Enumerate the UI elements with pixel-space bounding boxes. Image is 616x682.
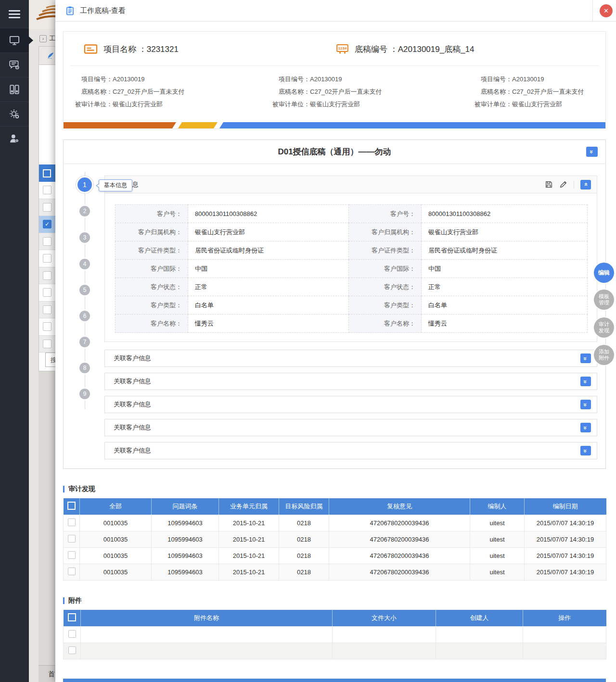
collapse-section-button[interactable]: » xyxy=(580,180,591,189)
step-9[interactable]: 9 xyxy=(79,389,90,399)
row-checkbox[interactable] xyxy=(68,630,76,638)
row-checkbox[interactable] xyxy=(43,340,51,348)
close-button[interactable]: ✕ xyxy=(600,4,613,17)
project-name-field: 项目名称 ：3231321 xyxy=(84,43,179,55)
info-value: C27_02开户后一直未支付 xyxy=(512,88,584,95)
card-lines-icon xyxy=(84,43,98,55)
field-label: 客户国际： xyxy=(116,260,188,278)
field-value: 白名单 xyxy=(188,296,349,315)
column-header: 目标风险归属 xyxy=(279,498,329,515)
table-row: 0010035 1095994603 2015-10-21 0218 47206… xyxy=(64,547,606,564)
table-row: 0010035 1095994603 2015-10-21 0218 47206… xyxy=(64,515,606,531)
step-7[interactable]: 7 xyxy=(79,337,90,347)
menu-toggle-button[interactable] xyxy=(0,0,29,28)
info-column: 项目编号：A20130019 底稿名称：C27_02开户后一直未支付 被审计单位… xyxy=(69,73,185,111)
row-checkbox[interactable] xyxy=(43,203,51,212)
step-3[interactable]: 3 xyxy=(79,232,90,243)
basic-info-header: 基本信息 基本信息 » xyxy=(105,176,597,193)
info-value: 银雀山支行营业部 xyxy=(113,101,163,108)
related-customer-section[interactable]: 关联客户信息 » xyxy=(104,419,597,436)
row-checkbox[interactable] xyxy=(43,271,51,280)
table-row: 客户号： 800001301100308862 客户号： 80000130110… xyxy=(116,205,588,223)
svg-text:1234: 1234 xyxy=(338,46,347,51)
user-gear-icon xyxy=(8,132,21,145)
row-checkbox[interactable] xyxy=(43,322,51,331)
section-label: 关联客户信息 xyxy=(114,423,151,432)
related-customer-section[interactable]: 关联客户信息 » xyxy=(104,396,597,413)
step-8[interactable]: 8 xyxy=(79,363,90,373)
field-value: 中国 xyxy=(188,260,349,278)
cell xyxy=(523,626,606,643)
row-checkbox[interactable] xyxy=(68,535,76,543)
row-checkbox[interactable] xyxy=(68,518,76,526)
row-checkbox[interactable] xyxy=(43,237,51,246)
cell xyxy=(333,643,436,659)
row-checkbox[interactable] xyxy=(43,186,51,194)
field-label: 客户号： xyxy=(349,205,422,223)
app-sidebar xyxy=(0,0,29,682)
field-label: 客户名称： xyxy=(349,315,422,333)
expand-section-button[interactable]: » xyxy=(580,446,591,455)
actions-divider xyxy=(574,181,574,189)
header-divider xyxy=(70,65,599,66)
template-manage-fab-button[interactable]: 模板管理 xyxy=(594,290,614,310)
expand-section-button[interactable]: » xyxy=(580,400,591,409)
cell xyxy=(523,643,606,659)
field-value: 银雀山支行营业部 xyxy=(188,223,349,241)
select-all-checkbox[interactable] xyxy=(68,613,76,621)
step-5[interactable]: 5 xyxy=(79,285,90,295)
breadcrumb-text: 工 xyxy=(49,34,55,43)
cell: 0218 xyxy=(279,531,329,547)
field-label: 客户类型： xyxy=(349,296,422,315)
sidebar-item-workspace[interactable] xyxy=(0,28,29,52)
step-4[interactable]: 4 xyxy=(79,259,90,269)
expand-section-button[interactable]: » xyxy=(580,377,591,386)
feather-icon xyxy=(47,51,55,60)
audit-findings-fab-button[interactable]: 审计发现 xyxy=(594,317,614,338)
cell: 2015-10-21 xyxy=(219,531,279,547)
table-row-empty xyxy=(64,643,606,659)
row-checkbox[interactable] xyxy=(43,254,51,263)
row-checkbox-checked[interactable]: ✓ xyxy=(43,220,51,228)
expand-section-button[interactable]: » xyxy=(580,354,591,363)
edit-button[interactable] xyxy=(559,180,567,189)
related-customer-section[interactable]: 关联客户信息 » xyxy=(104,350,597,367)
expand-section-button[interactable]: » xyxy=(580,423,591,432)
column-header: 文件大小 xyxy=(333,610,436,626)
related-customer-section[interactable]: 关联客户信息 » xyxy=(104,373,597,390)
cell: 47206780200039436 xyxy=(329,547,470,564)
row-checkbox[interactable] xyxy=(43,305,51,314)
sidebar-item-users[interactable] xyxy=(0,126,29,151)
step-6[interactable]: 6 xyxy=(79,311,90,321)
select-all-checkbox[interactable] xyxy=(67,502,76,510)
related-customer-section[interactable]: 关联客户信息 » xyxy=(104,442,597,459)
row-checkbox[interactable] xyxy=(43,288,51,297)
cell xyxy=(81,626,333,643)
step-2[interactable]: 2 xyxy=(79,206,90,216)
row-checkbox[interactable] xyxy=(68,568,76,575)
attachments-table: 附件名称 文件大小 创建人 操作 xyxy=(63,610,606,659)
add-attachment-fab-button[interactable]: 添加附件 xyxy=(594,345,614,365)
fab-label: 编辑 xyxy=(598,269,610,277)
cell: 0218 xyxy=(279,564,329,580)
sidebar-item-archive[interactable] xyxy=(0,77,29,101)
step-1[interactable]: 1 xyxy=(77,177,92,192)
cell: 2015-10-21 xyxy=(219,547,279,564)
edit-fab-button[interactable]: 编辑 xyxy=(594,263,614,283)
row-checkbox[interactable] xyxy=(68,551,76,559)
select-all-checkbox[interactable] xyxy=(43,169,51,177)
save-button[interactable] xyxy=(545,180,553,189)
field-label: 客户状态： xyxy=(116,278,188,296)
chevron-double-down-icon: » xyxy=(582,379,589,383)
clipboard-icon xyxy=(65,5,75,16)
collapse-form-button[interactable]: » xyxy=(586,147,598,157)
row-checkbox[interactable] xyxy=(68,646,76,654)
field-label: 客户类型： xyxy=(116,296,188,315)
section-label: 关联客户信息 xyxy=(114,400,151,409)
cell: 0010035 xyxy=(80,564,152,580)
sidebar-item-messages[interactable] xyxy=(0,52,29,77)
field-value: 正常 xyxy=(422,278,588,296)
sidebar-item-settings[interactable] xyxy=(0,101,29,126)
section-label: 关联客户信息 xyxy=(114,354,151,363)
table-row: 0010035 1095994603 2015-10-21 0218 47206… xyxy=(64,531,606,547)
